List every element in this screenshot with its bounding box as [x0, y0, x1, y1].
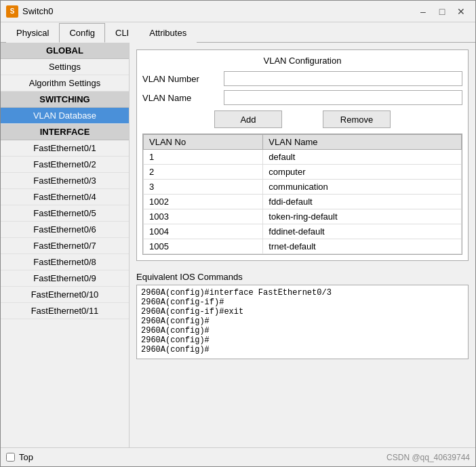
table-row: 1004fddinet-default — [144, 224, 462, 239]
vlan-config-section: VLAN Configuration VLAN Number VLAN Name… — [136, 49, 469, 261]
col-vlan-name: VLAN Name — [263, 135, 462, 150]
vlan-name-cell: token-ring-default — [263, 209, 462, 224]
ios-line: 2960A(config-if)#exit — [141, 307, 464, 317]
ios-line: 2960A(config)#interface FastEthernet0/3 — [141, 288, 464, 298]
ios-line: 2960A(config)# — [141, 345, 464, 354]
vlan-no-cell: 3 — [144, 180, 263, 195]
window-controls: – □ ✕ — [414, 4, 470, 19]
vlan-name-cell: computer — [263, 165, 462, 180]
sidebar-item-vlan-database[interactable]: VLAN Database — [1, 108, 129, 124]
top-checkbox[interactable] — [6, 453, 15, 462]
app-icon-label: S — [10, 7, 15, 15]
col-vlan-no: VLAN No — [144, 135, 263, 150]
vlan-config-title: VLAN Configuration — [142, 56, 462, 66]
vlan-table-container: VLAN No VLAN Name 1default2computer3comm… — [142, 134, 462, 255]
sidebar-header-interface: INTERFACE — [1, 124, 129, 140]
sidebar: GLOBAL Settings Algorithm Settings SWITC… — [1, 43, 130, 447]
main-panel: VLAN Configuration VLAN Number VLAN Name… — [130, 43, 475, 447]
vlan-no-cell: 1002 — [144, 195, 263, 209]
sidebar-item-fe03[interactable]: FastEthernet0/3 — [1, 173, 129, 189]
app-icon: S — [6, 5, 18, 18]
sidebar-header-global: GLOBAL — [1, 43, 129, 59]
minimize-button[interactable]: – — [414, 4, 432, 19]
vlan-name-cell: communication — [263, 180, 462, 195]
sidebar-scroll[interactable]: GLOBAL Settings Algorithm Settings SWITC… — [1, 43, 129, 447]
sidebar-item-settings[interactable]: Settings — [1, 59, 129, 75]
vlan-no-cell: 2 — [144, 165, 263, 180]
ios-line: 2960A(config)# — [141, 336, 464, 345]
table-row: 1005trnet-default — [144, 239, 462, 254]
vlan-no-cell: 1003 — [144, 209, 263, 224]
remove-button[interactable]: Remove — [323, 110, 391, 128]
close-button[interactable]: ✕ — [452, 4, 470, 19]
ios-line: 2960A(config)# — [141, 326, 464, 336]
sidebar-item-fe04[interactable]: FastEthernet0/4 — [1, 189, 129, 205]
vlan-no-cell: 1 — [144, 150, 263, 165]
title-bar: S Switch0 – □ ✕ — [1, 1, 475, 22]
vlan-table: VLAN No VLAN Name 1default2computer3comm… — [143, 134, 462, 254]
bottom-bar: Top CSDN @qq_40639744 — [1, 447, 475, 466]
table-row: 1002fddi-default — [144, 195, 462, 209]
sidebar-item-fe09[interactable]: FastEthernet0/9 — [1, 270, 129, 287]
vlan-name-cell: fddi-default — [263, 195, 462, 209]
top-checkbox-area: Top — [6, 452, 33, 462]
table-row: 1003token-ring-default — [144, 209, 462, 224]
table-row: 3communication — [144, 180, 462, 195]
ios-section: Equivalent IOS Commands 2960A(config)#in… — [136, 272, 469, 359]
vlan-buttons: Add Remove — [142, 110, 462, 128]
content-area: GLOBAL Settings Algorithm Settings SWITC… — [1, 43, 475, 447]
watermark: CSDN @qq_40639744 — [386, 453, 470, 462]
table-row: 1default — [144, 150, 462, 165]
add-button[interactable]: Add — [214, 110, 282, 128]
vlan-name-row: VLAN Name — [142, 90, 462, 105]
vlan-name-cell: default — [263, 150, 462, 165]
tab-bar: Physical Config CLI Attributes — [1, 22, 475, 43]
sidebar-item-fe02[interactable]: FastEthernet0/2 — [1, 157, 129, 173]
main-window: S Switch0 – □ ✕ Physical Config CLI Attr… — [0, 0, 476, 467]
vlan-name-cell: fddinet-default — [263, 224, 462, 239]
vlan-number-input[interactable] — [224, 71, 462, 86]
sidebar-item-fe11[interactable]: FastEthernet0/11 — [1, 303, 129, 319]
ios-console[interactable]: 2960A(config)#interface FastEthernet0/32… — [136, 285, 469, 359]
maximize-button[interactable]: □ — [433, 4, 451, 19]
vlan-number-row: VLAN Number — [142, 71, 462, 86]
vlan-no-cell: 1005 — [144, 239, 263, 254]
vlan-name-cell: trnet-default — [263, 239, 462, 254]
ios-line: 2960A(config)# — [141, 317, 464, 326]
window-title: Switch0 — [22, 6, 414, 16]
ios-line: 2960A(config-if)# — [141, 298, 464, 307]
tab-physical[interactable]: Physical — [6, 23, 59, 43]
tab-cli[interactable]: CLI — [105, 23, 139, 43]
vlan-name-input[interactable] — [224, 90, 462, 105]
vlan-no-cell: 1004 — [144, 224, 263, 239]
vlan-number-label: VLAN Number — [142, 74, 224, 84]
sidebar-item-fe10[interactable]: FastEthernet0/10 — [1, 287, 129, 303]
ios-label: Equivalent IOS Commands — [136, 272, 469, 282]
vlan-name-label: VLAN Name — [142, 93, 224, 103]
tab-attributes[interactable]: Attributes — [139, 23, 197, 43]
sidebar-item-fe01[interactable]: FastEthernet0/1 — [1, 140, 129, 157]
tab-config[interactable]: Config — [59, 23, 105, 43]
sidebar-item-fe08[interactable]: FastEthernet0/8 — [1, 254, 129, 270]
sidebar-item-fe05[interactable]: FastEthernet0/5 — [1, 205, 129, 222]
sidebar-item-fe07[interactable]: FastEthernet0/7 — [1, 238, 129, 254]
table-row: 2computer — [144, 165, 462, 180]
sidebar-header-switching: SWITCHING — [1, 92, 129, 108]
sidebar-item-algorithm-settings[interactable]: Algorithm Settings — [1, 75, 129, 92]
sidebar-item-fe06[interactable]: FastEthernet0/6 — [1, 222, 129, 238]
top-label: Top — [19, 452, 33, 462]
